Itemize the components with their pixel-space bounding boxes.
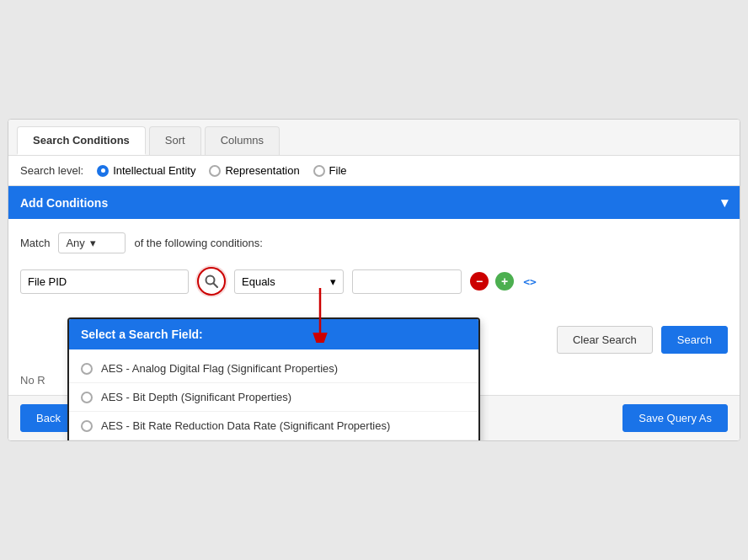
radio-circle-intellectual-entity — [97, 165, 109, 177]
conditions-body: Match Any ▾ of the following conditions:… — [8, 219, 740, 319]
chevron-down-icon: ▾ — [721, 195, 728, 211]
dropdown-item[interactable]: AES - Bit Depth (Significant Properties) — [69, 383, 478, 412]
dropdown-radio-1 — [81, 392, 93, 403]
search-button[interactable]: Search — [661, 326, 728, 354]
tab-columns[interactable]: Columns — [205, 126, 280, 155]
search-field-dropdown: Select a Search Field: AES - Analog Digi… — [67, 317, 480, 441]
add-condition-button[interactable]: + — [495, 272, 514, 291]
radio-intellectual-entity[interactable]: Intellectual Entity — [97, 164, 195, 177]
value-input[interactable] — [352, 269, 462, 294]
dropdown-header: Select a Search Field: — [69, 319, 478, 349]
radio-circle-representation — [209, 165, 221, 177]
tabs-bar: Search Conditions Sort Columns — [8, 120, 740, 156]
dropdown-item[interactable]: AES - Bit Rate Reduction Data Rate Mode … — [69, 440, 478, 441]
dropdown-item[interactable]: AES - Bit Rate Reduction Data Rate (Sign… — [69, 412, 478, 440]
match-row: Match Any ▾ of the following conditions: — [20, 232, 728, 253]
radio-representation[interactable]: Representation — [209, 164, 299, 177]
magnifier-icon — [204, 274, 219, 289]
action-icons: − + <> — [470, 272, 539, 291]
search-field-button[interactable] — [197, 267, 226, 296]
search-level-label: Search level: — [20, 164, 83, 177]
add-conditions-header[interactable]: Add Conditions ▾ — [8, 186, 740, 219]
dropdown-radio-0 — [81, 363, 93, 375]
remove-condition-button[interactable]: − — [470, 272, 489, 291]
dropdown-radio-2 — [81, 420, 93, 432]
operator-select[interactable]: Equals ▾ — [234, 269, 344, 294]
tab-search-conditions[interactable]: Search Conditions — [17, 126, 146, 155]
dropdown-list[interactable]: AES - Analog Digital Flag (Significant P… — [69, 349, 478, 441]
clear-search-button[interactable]: Clear Search — [557, 326, 653, 354]
svg-line-1 — [214, 284, 218, 288]
tab-sort[interactable]: Sort — [149, 126, 201, 155]
field-input[interactable] — [20, 269, 189, 294]
match-suffix: of the following conditions: — [134, 237, 262, 249]
radio-circle-file — [313, 165, 325, 177]
match-label: Match — [20, 237, 50, 249]
code-icon[interactable]: <> — [521, 272, 539, 291]
dropdown-item[interactable]: AES - Analog Digital Flag (Significant P… — [69, 355, 478, 383]
search-level-row: Search level: Intellectual Entity Repres… — [8, 156, 740, 186]
radio-file[interactable]: File — [313, 164, 347, 177]
match-select[interactable]: Any ▾ — [58, 232, 126, 253]
condition-row: Equals ▾ − + <> — [20, 267, 728, 296]
save-query-as-button[interactable]: Save Query As — [622, 404, 728, 432]
